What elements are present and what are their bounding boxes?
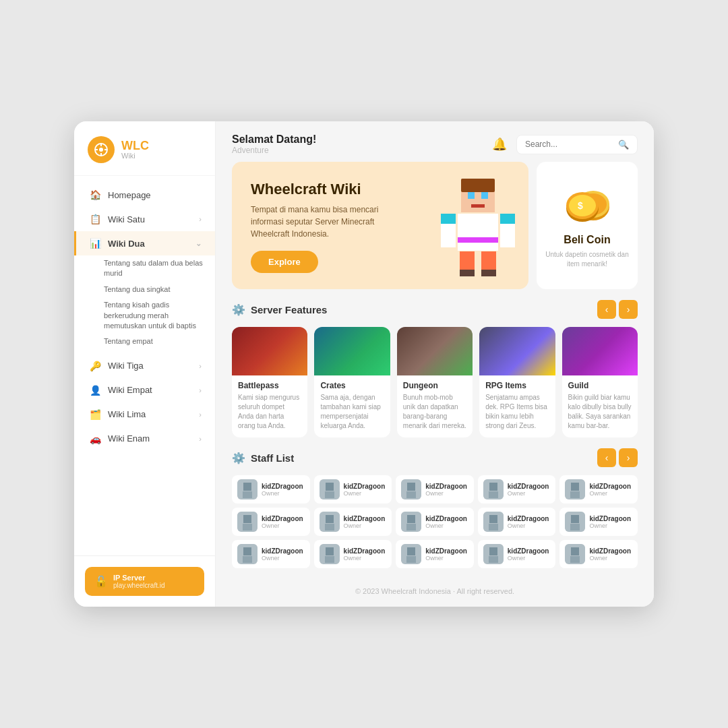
- staff-role-2: Owner: [425, 490, 467, 497]
- main-content: Selamat Datang! Adventure 🔔 🔍 Wheelcraft…: [216, 121, 654, 607]
- staff-name-12: kidZDragoon: [425, 547, 467, 555]
- sidebar-item-homepage-label: Homepage: [108, 190, 151, 200]
- sidebar-item-wiki-dua[interactable]: 📊 Wiki Dua ⌄: [74, 231, 215, 255]
- svg-rect-42: [571, 483, 579, 491]
- svg-rect-34: [325, 491, 334, 498]
- lock-icon: 🔓: [94, 575, 108, 588]
- hero-section: Wheelcraft Wiki Tempat di mana kamu bisa…: [216, 162, 654, 300]
- staff-item-1[interactable]: kidZDragoon Owner: [314, 475, 392, 504]
- sidebar-item-wiki-tiga[interactable]: 🔑 Wiki Tiga ›: [74, 354, 215, 378]
- svg-rect-10: [471, 204, 485, 208]
- staff-item-14[interactable]: kidZDragoon Owner: [559, 540, 638, 568]
- features-next-button[interactable]: ›: [619, 300, 638, 319]
- staff-prev-button[interactable]: ‹: [597, 448, 616, 467]
- staff-role-14: Owner: [589, 555, 631, 562]
- svg-rect-58: [570, 524, 580, 530]
- staff-role-6: Owner: [344, 522, 386, 529]
- staff-avatar-11: [320, 544, 340, 564]
- features-prev-button[interactable]: ‹: [597, 300, 616, 319]
- sub-item-1[interactable]: Tentang dua singkat: [104, 282, 215, 297]
- staff-name-2: kidZDragoon: [425, 483, 467, 490]
- svg-rect-8: [468, 192, 475, 199]
- staff-item-12[interactable]: kidZDragoon Owner: [396, 540, 474, 568]
- staff-role-9: Owner: [589, 522, 631, 529]
- coin-description: Untuk dapetin cosmetik dan item menarik!: [545, 250, 630, 269]
- feature-card-rpg-items[interactable]: RPG Items Senjatamu ampas dek. RPG Items…: [479, 327, 555, 437]
- feature-card-crates[interactable]: Crates Sama aja, dengan tambahan kami si…: [314, 327, 390, 437]
- staff-role-0: Owner: [262, 490, 303, 497]
- staff-item-10[interactable]: kidZDragoon Owner: [232, 540, 310, 568]
- logo-title: WLC: [121, 140, 149, 152]
- staff-avatar-9: [565, 512, 585, 532]
- staff-item-11[interactable]: kidZDragoon Owner: [314, 540, 392, 568]
- home-icon: 🏠: [90, 189, 101, 200]
- staff-name-4: kidZDragoon: [589, 483, 631, 490]
- staff-name-5: kidZDragoon: [262, 515, 303, 522]
- sidebar-item-wiki-satu[interactable]: 📋 Wiki Satu ›: [74, 207, 215, 231]
- feature-name-dungeon: Dungeon: [403, 381, 466, 390]
- key-icon: 🔑: [90, 361, 101, 371]
- sub-item-2[interactable]: Tentang kisah gadis berkerudung merah me…: [104, 297, 215, 334]
- search-input[interactable]: [525, 140, 613, 149]
- staff-name-9: kidZDragoon: [589, 515, 631, 522]
- staff-list-header: ⚙️ Staff List ‹ ›: [232, 448, 638, 467]
- staff-avatar-7: [401, 512, 421, 532]
- svg-rect-70: [489, 556, 498, 563]
- feature-name-crates: Crates: [320, 381, 384, 390]
- sidebar-item-wiki-empat-label: Wiki Empat: [108, 385, 152, 395]
- chevron-right-icon-3: ›: [199, 386, 202, 394]
- ip-server-label: IP Server: [113, 574, 165, 582]
- svg-rect-60: [243, 547, 251, 555]
- search-box: 🔍: [516, 135, 638, 154]
- sidebar-nav: 🏠 Homepage 📋 Wiki Satu › 📊 Wiki Dua ⌄ Te…: [74, 176, 215, 555]
- sidebar-item-wiki-enam[interactable]: 🚗 Wiki Enam ›: [74, 427, 215, 451]
- feature-card-battlepass[interactable]: Battlepass Kami siap mengurus seluruh do…: [232, 327, 307, 437]
- svg-rect-49: [325, 524, 334, 530]
- staff-item-9[interactable]: kidZDragoon Owner: [559, 508, 638, 536]
- hero-description: Tempat di mana kamu bisa mencari informa…: [251, 204, 399, 240]
- staff-role-11: Owner: [344, 555, 386, 562]
- svg-rect-48: [326, 515, 334, 523]
- svg-rect-64: [325, 556, 334, 563]
- staff-section-icon: ⚙️: [232, 452, 245, 464]
- sidebar-item-wiki-empat[interactable]: 👤 Wiki Empat ›: [74, 378, 215, 402]
- staff-next-button[interactable]: ›: [619, 448, 638, 467]
- staff-item-13[interactable]: kidZDragoon Owner: [478, 540, 556, 568]
- sub-item-3[interactable]: Tentang empat: [104, 334, 215, 349]
- sidebar-item-homepage[interactable]: 🏠 Homepage: [74, 183, 215, 207]
- svg-rect-69: [489, 547, 497, 555]
- staff-item-0[interactable]: kidZDragoon Owner: [232, 475, 310, 504]
- feature-img-battlepass: [232, 327, 307, 375]
- staff-role-13: Owner: [508, 555, 549, 562]
- staff-avatar-12: [401, 544, 421, 564]
- sub-item-0[interactable]: Tentang satu dalam dua belas murid: [104, 255, 215, 282]
- svg-rect-31: [243, 491, 252, 498]
- svg-rect-33: [326, 483, 334, 491]
- search-icon: 🔍: [618, 140, 629, 150]
- book-icon: 📋: [90, 214, 101, 224]
- feature-img-guild: [562, 327, 638, 375]
- staff-item-8[interactable]: kidZDragoon Owner: [478, 508, 556, 536]
- sidebar-item-wiki-enam-label: Wiki Enam: [108, 433, 150, 444]
- sidebar-item-wiki-lima[interactable]: 🗂️ Wiki Lima ›: [74, 402, 215, 427]
- svg-text:$: $: [578, 200, 583, 211]
- staff-item-6[interactable]: kidZDragoon Owner: [314, 508, 392, 536]
- explore-button[interactable]: Explore: [251, 251, 318, 273]
- staff-item-7[interactable]: kidZDragoon Owner: [396, 508, 474, 536]
- svg-rect-63: [326, 547, 334, 555]
- features-grid: Battlepass Kami siap mengurus seluruh do…: [232, 327, 638, 437]
- staff-role-4: Owner: [589, 490, 631, 497]
- staff-role-1: Owner: [344, 490, 386, 497]
- ip-server-button[interactable]: 🔓 IP Server play.wheelcraft.id: [85, 567, 204, 596]
- folder-icon: 🗂️: [90, 409, 101, 420]
- bell-icon[interactable]: 🔔: [492, 137, 507, 152]
- staff-item-4[interactable]: kidZDragoon Owner: [559, 475, 638, 504]
- staff-item-2[interactable]: kidZDragoon Owner: [396, 475, 474, 504]
- staff-role-5: Owner: [262, 522, 303, 529]
- feature-card-dungeon[interactable]: Dungeon Bunuh mob-mob unik dan dapatkan …: [397, 327, 473, 437]
- staff-item-5[interactable]: kidZDragoon Owner: [232, 508, 310, 536]
- staff-item-3[interactable]: kidZDragoon Owner: [478, 475, 556, 504]
- feature-card-guild[interactable]: Guild Bikin guild biar kamu kalo dibully…: [562, 327, 638, 437]
- feature-name-guild: Guild: [568, 381, 632, 390]
- sidebar-footer: 🔓 IP Server play.wheelcraft.id: [74, 555, 215, 607]
